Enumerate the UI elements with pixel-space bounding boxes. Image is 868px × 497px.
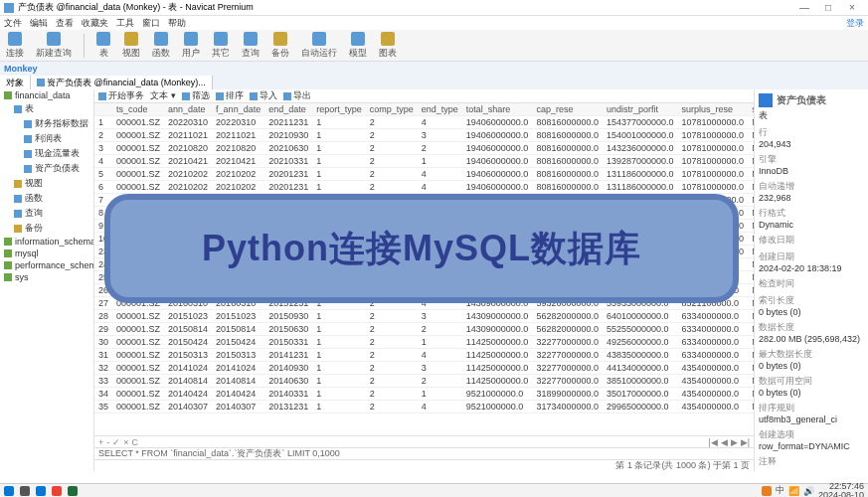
prop-label: 数据可用空间 bbox=[759, 375, 864, 388]
app-icon[interactable] bbox=[68, 486, 78, 496]
btn-del-row[interactable]: - bbox=[106, 437, 109, 447]
btn-refresh[interactable]: C bbox=[132, 437, 139, 447]
ribbon-func[interactable]: 函数 bbox=[152, 32, 170, 60]
btn-last[interactable]: ▶| bbox=[741, 437, 750, 447]
tab-objects[interactable]: 对象 bbox=[0, 76, 31, 89]
btn-sort[interactable]: 排序 bbox=[216, 89, 244, 102]
btn-text[interactable]: 文本 ▾ bbox=[150, 89, 176, 102]
menu-fav[interactable]: 收藏夹 bbox=[82, 17, 108, 30]
clock-icon bbox=[312, 32, 326, 46]
start-button[interactable] bbox=[4, 486, 14, 496]
ribbon-backup[interactable]: 备份 bbox=[271, 32, 289, 60]
table-row[interactable]: 6000001.SZ202102022021020220201231124194… bbox=[94, 181, 754, 194]
ribbon-connect[interactable]: 连接 bbox=[6, 32, 24, 60]
tree-db[interactable]: performance_schema bbox=[0, 259, 93, 271]
btn-cancel[interactable]: × bbox=[123, 437, 128, 447]
table-row[interactable]: 2000001.SZ202110212021102120210930123194… bbox=[94, 129, 754, 142]
table-row[interactable]: 31000001.SZ20150313201503132014123112411… bbox=[94, 349, 754, 362]
menu-view[interactable]: 查看 bbox=[56, 17, 74, 30]
ribbon-newquery[interactable]: 新建查询 bbox=[36, 32, 72, 60]
table-row[interactable]: 3000001.SZ202108202021082020210630122194… bbox=[94, 142, 754, 155]
prop-label: 最大数据长度 bbox=[759, 348, 864, 361]
btn-export[interactable]: 导出 bbox=[283, 89, 311, 102]
col-header[interactable]: surplus_rese bbox=[678, 103, 749, 116]
prop-value: row_format=DYNAMIC bbox=[759, 441, 864, 451]
table-icon bbox=[24, 150, 32, 158]
ribbon-other[interactable]: 其它 bbox=[212, 32, 230, 60]
tree-tables[interactable]: 表 bbox=[0, 101, 93, 116]
col-header[interactable]: end_type bbox=[418, 103, 462, 116]
login-link[interactable]: 登录 bbox=[846, 17, 864, 30]
table-row[interactable]: 28000001.SZ20151023201510232015093012314… bbox=[94, 310, 754, 323]
explorer-icon[interactable] bbox=[36, 486, 46, 496]
ribbon-user[interactable]: 用户 bbox=[182, 32, 200, 60]
tree-backups[interactable]: 备份 bbox=[0, 221, 93, 236]
btn-prev[interactable]: ◀ bbox=[721, 437, 728, 447]
menu-edit[interactable]: 编辑 bbox=[30, 17, 48, 30]
table-row[interactable]: 35000001.SZ20140307201403072013123112495… bbox=[94, 401, 754, 414]
tree-item[interactable]: 现金流量表 bbox=[0, 146, 93, 161]
tree-item[interactable]: 资产负债表 bbox=[0, 161, 93, 176]
tree-db[interactable]: financial_data bbox=[0, 89, 93, 101]
ribbon-model[interactable]: 模型 bbox=[349, 32, 367, 60]
tree-views[interactable]: 视图 bbox=[0, 176, 93, 191]
table-row[interactable]: 1000001.SZ202203102022031020211231124194… bbox=[94, 116, 754, 129]
col-header[interactable]: undistr_porfit bbox=[603, 103, 678, 116]
tree-db[interactable]: mysql bbox=[0, 248, 93, 259]
ribbon-chart[interactable]: 图表 bbox=[379, 32, 397, 60]
tree-db[interactable]: information_schema bbox=[0, 236, 93, 248]
table-row[interactable]: 5000001.SZ202102022021020220201231124194… bbox=[94, 168, 754, 181]
table-row[interactable]: 33000001.SZ20140814201408142014063012211… bbox=[94, 375, 754, 388]
tree-funcs[interactable]: 函数 bbox=[0, 191, 93, 206]
col-header[interactable]: report_type bbox=[312, 103, 366, 116]
maximize-button[interactable]: □ bbox=[816, 2, 840, 13]
ribbon-auto[interactable]: 自动运行 bbox=[301, 32, 337, 60]
tray-icon[interactable] bbox=[762, 486, 772, 496]
btn-next[interactable]: ▶ bbox=[731, 437, 738, 447]
minimize-button[interactable]: — bbox=[792, 2, 816, 13]
search-icon[interactable] bbox=[20, 486, 30, 496]
btn-transaction[interactable]: 开始事务 bbox=[98, 89, 144, 102]
menu-tools[interactable]: 工具 bbox=[116, 17, 134, 30]
col-header[interactable]: total_share bbox=[462, 103, 533, 116]
col-header[interactable]: special_rese bbox=[748, 103, 754, 116]
import-icon bbox=[250, 92, 258, 100]
folder-icon bbox=[14, 105, 22, 113]
col-header[interactable]: comp_type bbox=[366, 103, 418, 116]
col-header[interactable]: end_date bbox=[264, 103, 312, 116]
tree-item[interactable]: 财务指标数据 bbox=[0, 116, 93, 131]
table-row[interactable]: 34000001.SZ20140424201404242014033112195… bbox=[94, 388, 754, 401]
breadcrumb: Monkey bbox=[0, 62, 868, 76]
table-icon bbox=[24, 135, 32, 143]
ime-icon[interactable]: 中 bbox=[776, 484, 784, 497]
btn-apply[interactable]: ✓ bbox=[112, 437, 120, 447]
sound-icon[interactable]: 🔊 bbox=[803, 486, 814, 496]
ribbon: 连接 新建查询 表 视图 函数 用户 其它 查询 备份 自动运行 模型 图表 bbox=[0, 30, 868, 62]
close-button[interactable]: × bbox=[840, 2, 864, 13]
tree-item[interactable]: 利润表 bbox=[0, 131, 93, 146]
col-header[interactable]: ann_date bbox=[164, 103, 212, 116]
ribbon-table[interactable]: 表 bbox=[96, 32, 110, 60]
ribbon-query[interactable]: 查询 bbox=[242, 32, 260, 60]
tree-db[interactable]: sys bbox=[0, 271, 93, 283]
menu-window[interactable]: 窗口 bbox=[142, 17, 160, 30]
table-row[interactable]: 32000001.SZ20141024201410242014093012311… bbox=[94, 362, 754, 375]
tab-table[interactable]: 资产负债表 @financial_data (Monkey)... bbox=[31, 76, 213, 89]
table-row[interactable]: 30000001.SZ20150424201504242015033112111… bbox=[94, 336, 754, 349]
col-header[interactable]: ts_code bbox=[112, 103, 164, 116]
menu-file[interactable]: 文件 bbox=[4, 17, 22, 30]
col-header[interactable]: cap_rese bbox=[532, 103, 603, 116]
col-header[interactable]: f_ann_date bbox=[212, 103, 264, 116]
record-status: 第 1 条记录(共 1000 条) 于第 1 页 bbox=[615, 459, 750, 471]
btn-filter[interactable]: 筛选 bbox=[182, 89, 210, 102]
table-row[interactable]: 29000001.SZ20150814201508142015063012214… bbox=[94, 323, 754, 336]
chrome-icon[interactable] bbox=[52, 486, 62, 496]
btn-import[interactable]: 导入 bbox=[250, 89, 277, 102]
ribbon-view[interactable]: 视图 bbox=[122, 32, 140, 60]
table-row[interactable]: 4000001.SZ202104212021042120210331121194… bbox=[94, 155, 754, 168]
btn-first[interactable]: |◀ bbox=[708, 437, 717, 447]
menu-help[interactable]: 帮助 bbox=[168, 17, 186, 30]
wifi-icon[interactable]: 📶 bbox=[788, 486, 799, 496]
tree-queries[interactable]: 查询 bbox=[0, 206, 93, 221]
btn-add-row[interactable]: + bbox=[98, 437, 103, 447]
